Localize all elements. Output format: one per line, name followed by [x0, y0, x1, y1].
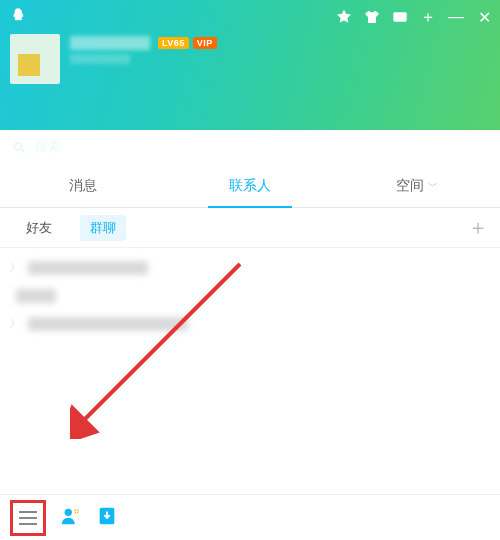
- minimize-button[interactable]: —: [448, 9, 464, 25]
- close-button[interactable]: ✕: [476, 9, 492, 25]
- sub-tabs-row: 好友 群聊 ＋: [0, 208, 500, 248]
- chevron-right-icon: 〉: [10, 317, 20, 331]
- chevron-down-icon: ﹀: [428, 179, 438, 193]
- header-panel: ＋ — ✕ LV65 VIP: [0, 0, 500, 130]
- search-icon: [12, 140, 27, 155]
- group-name: [16, 289, 56, 303]
- star-icon[interactable]: [336, 9, 352, 25]
- list-item[interactable]: 〉: [10, 310, 496, 338]
- svg-point-1: [15, 142, 23, 150]
- vip-badge: VIP: [193, 37, 217, 49]
- tab-space[interactable]: 空间﹀: [333, 164, 500, 207]
- add-friend-icon[interactable]: [60, 505, 82, 531]
- signature: [70, 54, 130, 64]
- profile-info: LV65 VIP: [70, 36, 217, 64]
- tab-contacts[interactable]: 联系人: [167, 164, 334, 207]
- svg-line-2: [21, 149, 24, 152]
- svg-point-7: [65, 508, 72, 515]
- hamburger-icon: [18, 510, 38, 526]
- level-badge: LV65: [158, 37, 189, 49]
- mail-icon[interactable]: [392, 9, 408, 25]
- subtab-groups[interactable]: 群聊: [80, 215, 126, 241]
- file-transfer-icon[interactable]: [96, 505, 118, 531]
- group-name: [28, 261, 148, 275]
- subtab-friends[interactable]: 好友: [16, 215, 62, 241]
- tshirt-icon[interactable]: [364, 9, 380, 25]
- chevron-right-icon: 〉: [10, 261, 20, 275]
- list-item[interactable]: [16, 282, 496, 310]
- group-name: [28, 317, 188, 331]
- add-icon[interactable]: ＋: [420, 9, 436, 25]
- nickname: [70, 36, 150, 50]
- list-item[interactable]: 〉: [10, 254, 496, 282]
- titlebar: ＋ — ✕: [10, 6, 492, 28]
- main-tabs: 消息 联系人 空间﹀: [0, 164, 500, 208]
- avatar[interactable]: [10, 34, 60, 84]
- contact-list: 〉 〉: [0, 248, 500, 494]
- add-contact-button[interactable]: ＋: [466, 216, 490, 240]
- badges: LV65 VIP: [158, 37, 217, 49]
- profile-area[interactable]: LV65 VIP: [10, 34, 492, 84]
- qq-logo-icon: [10, 7, 26, 27]
- qq-main-window: ＋ — ✕ LV65 VIP 搜索 消息: [0, 0, 500, 540]
- main-menu-button[interactable]: [10, 500, 46, 536]
- search-bar[interactable]: 搜索: [0, 130, 500, 164]
- tab-messages[interactable]: 消息: [0, 164, 167, 207]
- footer-bar: [0, 494, 500, 540]
- search-placeholder: 搜索: [35, 138, 61, 156]
